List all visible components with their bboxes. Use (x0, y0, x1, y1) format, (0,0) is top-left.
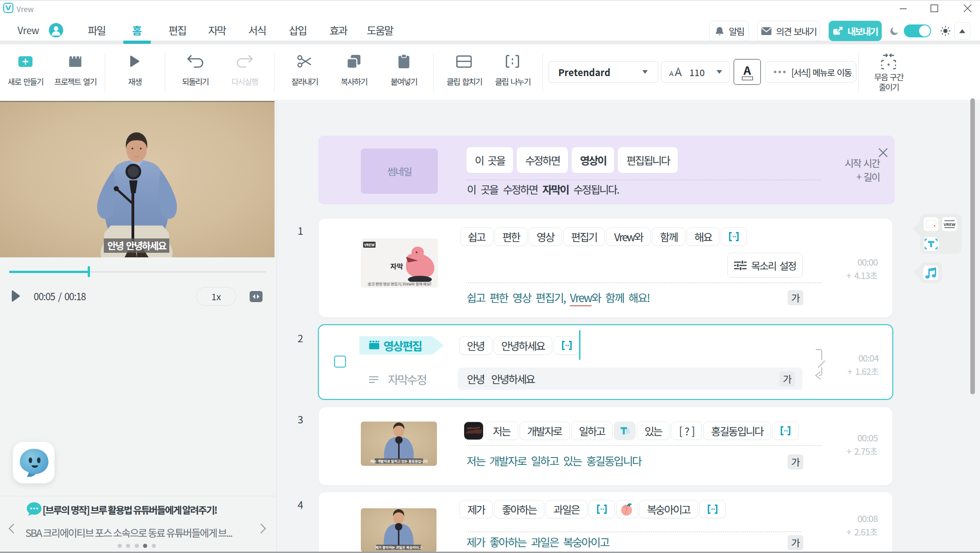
svg-text:쉽고 편한 영상 편집기, Vrew와 함께 해요!: 쉽고 편한 영상 편집기, Vrew와 함께 해요! (368, 281, 431, 286)
svg-text:저는 개발자로 일하고 있는 홍길동입니다: 저는 개발자로 일하고 있는 홍길동입니다 (370, 458, 427, 464)
svg-text:자막: 자막 (390, 261, 403, 271)
svg-text:제가 좋아하는 과일은 복숭아이고: 제가 좋아하는 과일은 복숭아이고 (375, 545, 422, 550)
svg-text:VREW: VREW (364, 242, 375, 247)
svg-text:VREW: VREW (943, 221, 956, 227)
